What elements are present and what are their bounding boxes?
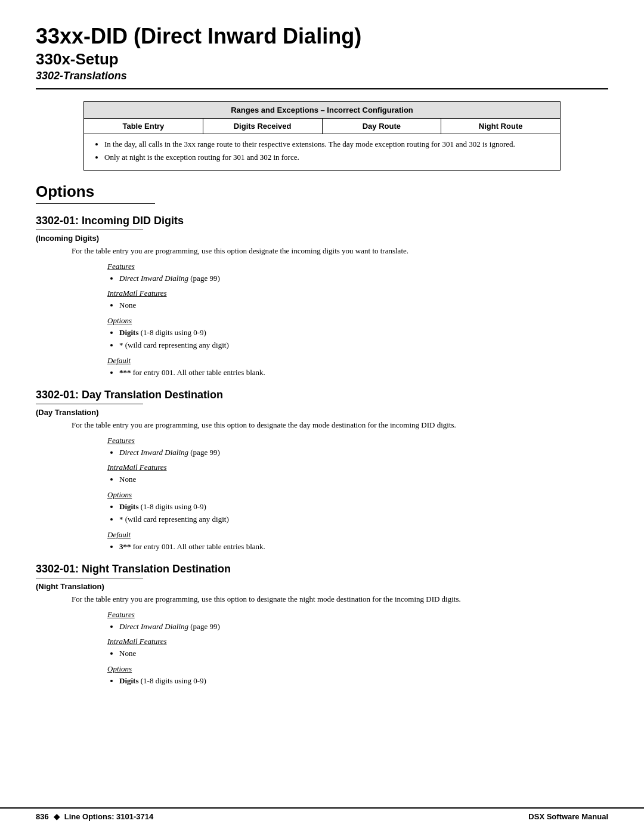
intramail-bullets-2: None: [119, 473, 608, 485]
default-heading-2: Default: [107, 530, 608, 540]
features-heading-1: Features: [107, 262, 608, 271]
default-bullet-2-1: 3** for entry 001. All other table entri…: [119, 541, 608, 553]
subsection-3-body: For the table entry you are programming,…: [72, 593, 608, 605]
options-bullet-1-1: Digits (1-8 digits using 0-9): [119, 327, 608, 339]
table-columns: Table Entry Digits Received Day Route Ni…: [84, 119, 560, 134]
intramail-heading-2: IntraMail Features: [107, 463, 608, 472]
features-heading-3: Features: [107, 610, 608, 620]
options-heading: Options: [36, 182, 608, 201]
features-bullets-1: Direct Inward Dialing (page 99): [119, 272, 608, 284]
configuration-table: Ranges and Exceptions – Incorrect Config…: [83, 101, 561, 171]
subsection-1-heading: 3302-01: Incoming DID Digits: [36, 215, 608, 227]
page-footer: 836 ◆ Line Options: 3101-3714 DSX Softwa…: [0, 807, 644, 821]
subsection-3-divider: [36, 578, 143, 578]
table-bullet-2: Only at night is the exception routing f…: [104, 152, 552, 163]
intramail-bullets-1: None: [119, 299, 608, 311]
subsection-incoming-did: 3302-01: Incoming DID Digits (Incoming D…: [36, 215, 608, 378]
intramail-heading-1: IntraMail Features: [107, 289, 608, 298]
subsection-night-translation: 3302-01: Night Translation Destination (…: [36, 563, 608, 686]
header-divider: [36, 88, 608, 89]
intramail-bullet-1-1: None: [119, 299, 608, 311]
options-bullets-3: Digits (1-8 digits using 0-9): [119, 675, 608, 687]
intramail-bullet-2-1: None: [119, 473, 608, 485]
subsection-1-subheading: (Incoming Digits): [36, 234, 608, 243]
col-day-route: Day Route: [323, 119, 442, 134]
default-bullet-1-1: *** for entry 001. All other table entri…: [119, 367, 608, 379]
footer-page-number: 836: [36, 812, 49, 821]
features-bullets-2: Direct Inward Dialing (page 99): [119, 447, 608, 459]
footer-left-text: Line Options: 3101-3714: [64, 812, 154, 821]
subsection-2-body: For the table entry you are programming,…: [72, 419, 608, 431]
col-night-route: Night Route: [441, 119, 560, 134]
intramail-bullet-3-1: None: [119, 648, 608, 659]
options-bullets-2: Digits (1-8 digits using 0-9) * (wild ca…: [119, 501, 608, 525]
options-section: Options 3302-01: Incoming DID Digits (In…: [36, 182, 608, 686]
section-title: 3302-Translations: [36, 70, 608, 82]
options-bullet-3-1: Digits (1-8 digits using 0-9): [119, 675, 608, 687]
options-heading-3: Options: [107, 664, 608, 674]
subsection-2-heading: 3302-01: Day Translation Destination: [36, 389, 608, 401]
features-bullet-3-1: Direct Inward Dialing (page 99): [119, 621, 608, 633]
default-bullets-1: *** for entry 001. All other table entri…: [119, 367, 608, 379]
subsection-2-divider: [36, 404, 143, 404]
main-title: 33xx-DID (Direct Inward Dialing): [36, 24, 608, 49]
intramail-bullets-3: None: [119, 648, 608, 659]
features-heading-2: Features: [107, 436, 608, 445]
col-digits-received: Digits Received: [203, 119, 323, 134]
table-bullets: In the day, all calls in the 3xx range r…: [92, 139, 552, 163]
table-bullet-1: In the day, all calls in the 3xx range r…: [104, 139, 552, 150]
footer-left: 836 ◆ Line Options: 3101-3714: [36, 812, 153, 821]
subsection-3-heading: 3302-01: Night Translation Destination: [36, 563, 608, 575]
subsection-day-translation: 3302-01: Day Translation Destination (Da…: [36, 389, 608, 552]
table-header: Ranges and Exceptions – Incorrect Config…: [84, 102, 560, 119]
options-bullet-2-1: Digits (1-8 digits using 0-9): [119, 501, 608, 513]
default-bullets-2: 3** for entry 001. All other table entri…: [119, 541, 608, 553]
features-bullet-1-1: Direct Inward Dialing (page 99): [119, 272, 608, 284]
options-heading-1: Options: [107, 316, 608, 326]
subsection-1-body: For the table entry you are programming,…: [72, 245, 608, 257]
intramail-heading-3: IntraMail Features: [107, 637, 608, 646]
subsection-3-subheading: (Night Translation): [36, 582, 608, 591]
options-bullet-1-2: * (wild card representing any digit): [119, 339, 608, 351]
features-bullets-3: Direct Inward Dialing (page 99): [119, 621, 608, 633]
footer-right-text: DSX Software Manual: [528, 812, 608, 821]
subsection-1-divider: [36, 230, 143, 230]
default-heading-1: Default: [107, 356, 608, 366]
footer-diamond-icon: ◆: [54, 812, 60, 821]
table-content: In the day, all calls in the 3xx range r…: [84, 134, 560, 170]
features-bullet-2-1: Direct Inward Dialing (page 99): [119, 447, 608, 459]
options-bullets-1: Digits (1-8 digits using 0-9) * (wild ca…: [119, 327, 608, 351]
options-divider: [36, 203, 155, 204]
sub-title: 330x-Setup: [36, 50, 608, 69]
col-table-entry: Table Entry: [84, 119, 203, 134]
options-heading-2: Options: [107, 490, 608, 500]
subsection-2-subheading: (Day Translation): [36, 408, 608, 417]
options-bullet-2-2: * (wild card representing any digit): [119, 513, 608, 525]
